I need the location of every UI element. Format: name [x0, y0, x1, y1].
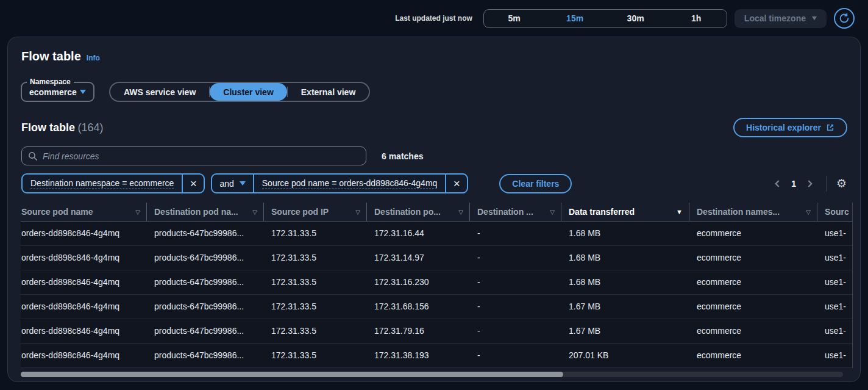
table-count: (164)	[77, 121, 103, 134]
table-cell: 207.01 KB	[561, 344, 689, 367]
table-row: orders-dd898c846-4g4mqproducts-647bc9998…	[21, 222, 852, 246]
view-option-external[interactable]: External view	[288, 83, 369, 101]
time-range-30m-button[interactable]: 30m	[605, 10, 666, 27]
table-row: orders-dd898c846-4g4mqproducts-647bc9998…	[21, 246, 852, 270]
view-toggle: AWS service view Cluster view External v…	[109, 82, 370, 102]
table-row: orders-dd898c846-4g4mqproducts-647bc9998…	[21, 344, 852, 368]
table-cell: orders-dd898c846-4g4mq	[21, 246, 147, 270]
column-header-destination-names[interactable]: Destination names...▽	[689, 203, 817, 221]
time-range-5m-button[interactable]: 5m	[484, 10, 545, 27]
table-cell: products-647bc99986...	[147, 319, 264, 343]
chevron-left-icon[interactable]	[771, 178, 783, 190]
table-cell: 1.68 MB	[561, 246, 689, 270]
historical-explorer-button[interactable]: Historical explorer	[733, 118, 847, 137]
column-header-destination-pod-na[interactable]: Destination pod na...▽	[147, 203, 264, 221]
table-cell: -	[470, 319, 561, 343]
filter-operator-label: and	[219, 179, 233, 189]
table-cell: 172.31.14.97	[367, 246, 470, 270]
filter-row: Destination namespace = ecommerce × and …	[21, 173, 853, 193]
table-cell: -	[470, 344, 561, 367]
table-cell: ecommerce	[689, 344, 817, 367]
view-option-cluster[interactable]: Cluster view	[210, 83, 286, 101]
column-label: Destination ...	[477, 207, 533, 217]
column-label: Source pod name	[21, 207, 93, 217]
table-cell: use1-	[817, 270, 852, 294]
match-count: 6 matches	[382, 151, 423, 161]
table-cell: orders-dd898c846-4g4mq	[21, 319, 147, 343]
table-cell: products-647bc99986...	[147, 246, 264, 270]
filter-operator-dropdown[interactable]: and	[212, 175, 254, 192]
column-label: Destination names...	[697, 207, 780, 217]
flow-table-head: Source pod name▽Destination pod na...▽So…	[21, 203, 852, 222]
table-cell: use1-	[817, 295, 852, 319]
column-header-destination-po[interactable]: Destination po...▽	[367, 203, 470, 221]
column-label: Destination po...	[374, 207, 441, 217]
namespace-select[interactable]: Namespace ecommerce	[21, 82, 94, 102]
scrollbar-thumb[interactable]	[21, 372, 563, 377]
table-cell: ecommerce	[689, 246, 817, 270]
table-cell: products-647bc99986...	[147, 222, 264, 245]
table-cell: use1-	[817, 246, 852, 270]
filter-token-text[interactable]: Destination namespace = ecommerce	[23, 175, 182, 192]
table-cell: products-647bc99986...	[147, 270, 264, 294]
time-range-1h-button[interactable]: 1h	[666, 10, 727, 27]
table-cell: orders-dd898c846-4g4mq	[21, 222, 147, 245]
table-cell: use1-	[817, 222, 852, 245]
column-header-source-pod-ip[interactable]: Source pod IP▽	[264, 203, 367, 221]
search-input[interactable]	[43, 151, 360, 161]
table-cell: ecommerce	[689, 222, 817, 245]
table-cell: 172.31.33.5	[264, 222, 367, 245]
table-cell: ecommerce	[689, 319, 817, 343]
sort-icon: ▽	[458, 209, 463, 215]
table-cell: -	[470, 270, 561, 294]
table-cell: 1.68 MB	[561, 270, 689, 294]
column-header-data-transferred[interactable]: Data transferred▼	[561, 203, 689, 221]
refresh-button[interactable]	[834, 8, 855, 29]
column-header-sourc[interactable]: Sourc	[817, 203, 852, 221]
horizontal-scrollbar[interactable]	[21, 372, 843, 377]
table-cell: -	[470, 295, 561, 319]
table-cell: 1.68 MB	[561, 222, 689, 245]
clear-filters-button[interactable]: Clear filters	[499, 174, 572, 193]
sort-icon: ▽	[806, 209, 811, 215]
column-header-source-pod-name[interactable]: Source pod name▽	[21, 203, 147, 221]
table-cell: 172.31.33.5	[264, 270, 367, 294]
namespace-value: ecommerce	[29, 87, 77, 97]
table-cell: products-647bc99986...	[147, 344, 264, 367]
timezone-select[interactable]: Local timezone	[735, 9, 827, 28]
sort-icon: ▽	[135, 209, 140, 215]
last-updated-text: Last updated just now	[395, 14, 472, 23]
time-range-segmented-control: 5m 15m 30m 1h	[483, 9, 727, 28]
column-label: Data transferred	[569, 207, 635, 217]
table-cell: 172.31.33.5	[264, 295, 367, 319]
chevron-down-icon	[812, 16, 817, 20]
table-cell: -	[470, 222, 561, 245]
close-icon[interactable]: ×	[182, 175, 204, 192]
table-cell: 1.67 MB	[561, 295, 689, 319]
view-option-aws-service[interactable]: AWS service view	[110, 83, 209, 101]
time-range-15m-button[interactable]: 15m	[544, 10, 605, 27]
divider	[826, 176, 827, 192]
chevron-right-icon[interactable]	[804, 178, 816, 190]
page-number: 1	[791, 179, 796, 189]
table-row: orders-dd898c846-4g4mqproducts-647bc9998…	[21, 319, 852, 344]
filter-token-text[interactable]: Source pod name = orders-dd898c846-4g4mq	[254, 175, 446, 192]
gear-icon[interactable]: ⚙	[836, 178, 847, 189]
close-icon[interactable]: ×	[445, 175, 467, 192]
table-cell: 172.31.33.5	[264, 319, 367, 343]
column-header-destination[interactable]: Destination ...▽	[470, 203, 561, 221]
page-title: Flow table	[21, 49, 81, 63]
search-row: 6 matches	[21, 146, 853, 165]
table-cell: 172.31.16.230	[367, 270, 470, 294]
column-label: Destination pod na...	[154, 207, 238, 217]
info-link[interactable]: Info	[87, 54, 100, 62]
table-cell: 1.67 MB	[561, 319, 689, 343]
flow-table-panel: Flow table Info Namespace ecommerce AWS …	[7, 37, 861, 382]
sort-icon: ▽	[550, 209, 555, 215]
table-cell: -	[470, 246, 561, 270]
table-cell: 172.31.33.5	[264, 246, 367, 270]
sort-icon: ▽	[355, 209, 360, 215]
table-cell: use1-	[817, 319, 852, 343]
controls-row: Namespace ecommerce AWS service view Clu…	[21, 82, 853, 102]
table-cell: ecommerce	[689, 270, 817, 294]
